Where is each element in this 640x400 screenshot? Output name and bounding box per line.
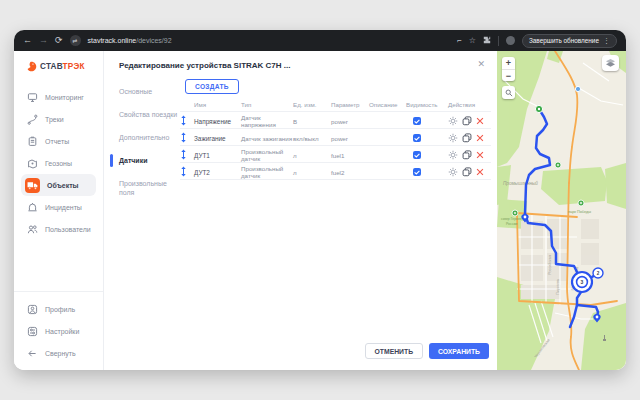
drag-handle-icon[interactable] <box>180 112 194 130</box>
report-icon <box>27 136 38 147</box>
waypoint-dot[interactable] <box>575 86 580 91</box>
browser-toolbar: ← → ⟳ ⇄ stavtrack.online/devices/92 ⌐ ☆ … <box>14 30 626 51</box>
copy-icon[interactable] <box>462 150 472 160</box>
drag-handle-icon[interactable] <box>180 163 194 181</box>
sidebar-item-label: Объекты <box>47 182 79 189</box>
zoom-out-button[interactable]: − <box>502 69 515 81</box>
cell-param: power <box>331 118 369 125</box>
sidebar-item-users[interactable]: Пользователи <box>14 218 103 240</box>
zoom-in-button[interactable]: + <box>502 57 515 69</box>
app-logo[interactable]: СТАВТРЭК <box>14 51 103 72</box>
finish-update-label: Завершить обновление <box>529 37 599 44</box>
gear-icon[interactable] <box>448 150 458 160</box>
cell-unit: л <box>293 152 331 159</box>
tab-additional[interactable]: Дополнительно <box>119 133 181 142</box>
desktop: ← → ⟳ ⇄ stavtrack.online/devices/92 ⌐ ☆ … <box>0 0 640 400</box>
svg-text:2: 2 <box>597 271 600 276</box>
tab-main[interactable]: Основные <box>119 87 181 96</box>
modal-tabs: Основные Свойства поездки Дополнительно … <box>119 87 181 211</box>
bookmark-star-icon[interactable]: ☆ <box>469 37 476 45</box>
drag-handle-icon[interactable] <box>180 129 194 147</box>
visibility-checkbox[interactable] <box>413 151 421 159</box>
cluster-marker-3[interactable]: 3 <box>572 272 592 292</box>
sidebar-item-label: Мониторинг <box>45 94 84 101</box>
gear-icon[interactable] <box>448 167 458 177</box>
visibility-checkbox[interactable] <box>413 168 421 176</box>
drag-handle-icon[interactable] <box>180 146 194 164</box>
cell-type: Датчик зажигания <box>241 135 293 142</box>
cell-param: fuel2 <box>331 169 369 176</box>
sidebar-item-incidents[interactable]: Инциденты <box>14 196 103 218</box>
route-icon <box>27 114 38 125</box>
forward-icon[interactable]: → <box>39 36 48 45</box>
svg-text:3: 3 <box>581 279 584 285</box>
finish-update-button[interactable]: Завершить обновление ⋮ <box>522 34 617 48</box>
extensions-icon[interactable] <box>483 36 491 46</box>
map-layers-button[interactable] <box>602 55 619 71</box>
sidebar-item-tracks[interactable]: Треки <box>14 108 103 130</box>
tab-switcher-icon[interactable]: ⇄ <box>70 35 81 46</box>
map-panel[interactable]: Промышленный парк Победы сквер Героев Ро… <box>497 51 626 370</box>
address-bar[interactable]: stavtrack.online/devices/92 <box>88 37 172 44</box>
map-search-button[interactable] <box>502 86 515 99</box>
logo-text: СТАВТРЭК <box>40 62 85 71</box>
copy-icon[interactable] <box>462 167 472 177</box>
sidebar-item-label: Инциденты <box>45 204 82 211</box>
modal-title: Редактирование устройства SITRAK C7H ... <box>119 61 290 70</box>
cell-type: Произвольный датчик <box>241 165 293 179</box>
profile-avatar[interactable] <box>506 36 515 45</box>
cancel-button[interactable]: ОТМЕНИТЬ <box>365 343 423 359</box>
save-button[interactable]: СОХРАНИТЬ <box>429 343 489 359</box>
visibility-checkbox[interactable] <box>413 134 421 142</box>
gear-icon[interactable] <box>448 133 458 143</box>
sidebar-item-profile[interactable]: Профиль <box>14 298 103 320</box>
sidebar-item-label: Треки <box>45 116 64 123</box>
delete-icon[interactable] <box>476 168 484 176</box>
delete-icon[interactable] <box>476 151 484 159</box>
cell-type: Датчик напряжения <box>241 114 293 128</box>
cell-type: Произвольный датчик <box>241 148 293 162</box>
table-row: Зажигание Датчик зажигания вкл/выкл powe… <box>180 128 491 145</box>
sidebar: СТАВТРЭК Мониторинг Треки Отчеты Геозон <box>14 51 104 370</box>
passkey-icon[interactable]: ⌐ <box>457 37 462 45</box>
col-name: Имя <box>194 101 241 108</box>
geozone-icon <box>27 158 38 169</box>
route-start-marker[interactable] <box>535 105 542 112</box>
copy-icon[interactable] <box>462 116 472 126</box>
copy-icon[interactable] <box>462 133 472 143</box>
delete-icon[interactable] <box>476 117 484 125</box>
sidebar-item-label: Настройки <box>45 328 79 335</box>
tab-custom-fields[interactable]: Произвольные поля <box>119 179 181 197</box>
sidebar-collapse-button[interactable]: Свернуть <box>14 342 103 364</box>
monitor-icon <box>27 92 38 103</box>
cell-param: fuel1 <box>331 152 369 159</box>
tab-sensors[interactable]: Датчики <box>119 156 181 165</box>
map-zoom-control: + − <box>502 57 515 81</box>
gear-icon[interactable] <box>448 116 458 126</box>
col-unit: Ед. изм. <box>293 101 331 108</box>
close-icon[interactable]: ✕ <box>477 59 485 69</box>
sidebar-item-reports[interactable]: Отчеты <box>14 130 103 152</box>
sidebar-item-geozones[interactable]: Геозоны <box>14 152 103 174</box>
cell-unit: В <box>293 118 331 125</box>
sidebar-item-objects[interactable]: Объекты <box>21 174 96 196</box>
cell-name: Зажигание <box>194 135 241 142</box>
incident-icon <box>27 202 38 213</box>
visibility-checkbox[interactable] <box>413 117 421 125</box>
device-edit-modal: Редактирование устройства SITRAK C7H ...… <box>104 51 497 370</box>
table-row: Напряжение Датчик напряжения В power <box>180 111 491 128</box>
sidebar-item-settings[interactable]: Настройки <box>14 320 103 342</box>
tab-trip-properties[interactable]: Свойства поездки <box>119 110 181 119</box>
create-button[interactable]: СОЗДАТЬ <box>185 79 239 94</box>
sidebar-item-monitoring[interactable]: Мониторинг <box>14 86 103 108</box>
logo-icon <box>26 61 37 72</box>
settings-icon <box>27 326 38 337</box>
delete-icon[interactable] <box>476 134 484 142</box>
cluster-marker-2[interactable]: 2 <box>593 268 603 278</box>
kebab-menu-icon[interactable]: ⋮ <box>603 37 610 45</box>
url-path: /devices/92 <box>136 37 171 44</box>
cell-name: Напряжение <box>194 118 241 125</box>
reload-icon[interactable]: ⟳ <box>55 36 63 45</box>
back-icon[interactable]: ← <box>23 36 32 45</box>
col-param: Параметр <box>331 101 369 108</box>
